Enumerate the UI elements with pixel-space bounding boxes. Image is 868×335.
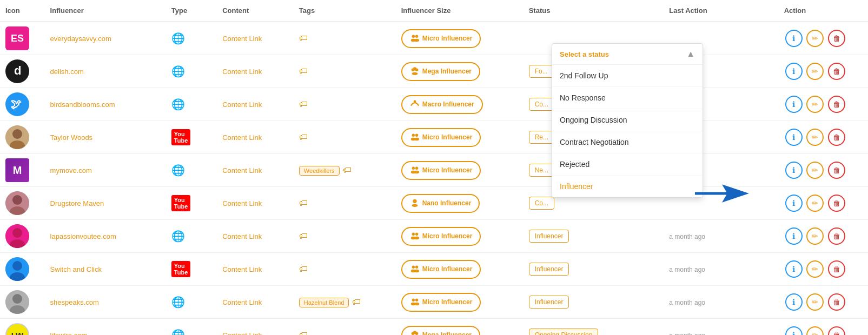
content-link[interactable]: Content Link: [222, 265, 262, 273]
size-button[interactable]: Micro Influencer: [401, 260, 481, 279]
influencer-link[interactable]: Taylor Woods: [50, 133, 93, 142]
content-link[interactable]: Content Link: [222, 68, 262, 76]
col-last-action: Last Action: [664, 0, 778, 22]
size-cell: Micro Influencer: [396, 22, 524, 55]
globe-icon: 🌐: [171, 65, 185, 77]
tag-icon: 🏷: [299, 132, 308, 142]
content-link[interactable]: Content Link: [222, 100, 262, 109]
info-button[interactable]: ℹ: [785, 129, 803, 146]
content-link[interactable]: Content Link: [222, 298, 262, 306]
content-link[interactable]: Content Link: [222, 331, 262, 336]
delete-button[interactable]: 🗑: [828, 293, 845, 311]
edit-button[interactable]: ✏: [806, 162, 824, 179]
info-button[interactable]: ℹ: [785, 195, 803, 212]
delete-button[interactable]: 🗑: [828, 326, 845, 335]
size-button[interactable]: Micro Influencer: [401, 29, 481, 48]
delete-button[interactable]: 🗑: [828, 227, 845, 245]
size-button[interactable]: Nano Influencer: [401, 194, 480, 213]
dropdown-item[interactable]: 2nd Follow Up: [552, 65, 703, 87]
globe-icon: 🌐: [171, 98, 185, 110]
dropdown-item[interactable]: No Response: [552, 87, 703, 109]
content-link[interactable]: Content Link: [222, 35, 262, 43]
type-cell: YouTube: [166, 187, 217, 220]
edit-button[interactable]: ✏: [806, 96, 824, 113]
content-link[interactable]: Content Link: [222, 166, 262, 175]
svg-point-27: [413, 199, 416, 203]
influencer-link[interactable]: Switch and Click: [50, 265, 102, 273]
action-cell: ℹ ✏ 🗑: [779, 55, 868, 88]
info-button[interactable]: ℹ: [785, 260, 803, 278]
info-button[interactable]: ℹ: [785, 326, 803, 335]
size-button[interactable]: Mega Influencer: [401, 326, 480, 336]
size-button[interactable]: Micro Influencer: [401, 161, 481, 180]
dropdown-item[interactable]: Ongoing Discussion: [552, 109, 703, 131]
edit-button[interactable]: ✏: [806, 30, 824, 47]
influencer-link[interactable]: birdsandblooms.com: [50, 100, 115, 109]
tags-cell: Weedkillers🏷: [294, 154, 396, 187]
info-button[interactable]: ℹ: [785, 63, 803, 80]
delete-button[interactable]: 🗑: [828, 96, 845, 113]
influencer-link[interactable]: lapassionvoutee.com: [50, 232, 116, 240]
delete-button[interactable]: 🗑: [828, 195, 845, 212]
content-link[interactable]: Content Link: [222, 232, 262, 240]
type-cell: 🌐: [166, 88, 217, 121]
svg-point-30: [12, 228, 22, 238]
info-button[interactable]: ℹ: [785, 293, 803, 311]
delete-button[interactable]: 🗑: [828, 162, 845, 179]
edit-button[interactable]: ✏: [806, 129, 824, 146]
content-link[interactable]: Content Link: [222, 199, 262, 207]
globe-icon: 🌐: [171, 230, 185, 242]
avatar-cell: [0, 253, 45, 286]
edit-button[interactable]: ✏: [806, 260, 824, 278]
blue-arrow-indicator: [695, 183, 749, 206]
content-link[interactable]: Content Link: [222, 133, 262, 142]
delete-button[interactable]: 🗑: [828, 129, 845, 146]
influencer-link[interactable]: shespeaks.com: [50, 298, 99, 306]
info-button[interactable]: ℹ: [785, 227, 803, 245]
svg-text:d: d: [14, 64, 21, 77]
youtube-icon: YouTube: [171, 195, 190, 211]
dropdown-header: Select a status ▲: [552, 44, 703, 65]
size-button[interactable]: Mega Influencer: [401, 62, 480, 81]
table-row: M mymove.com 🌐 Content Link Weedkillers🏷…: [0, 154, 868, 187]
tag-pill: Hazelnut Blend: [299, 298, 349, 307]
size-button[interactable]: Micro Influencer: [401, 128, 481, 147]
delete-button[interactable]: 🗑: [828, 30, 845, 47]
col-tags: Tags: [294, 0, 396, 22]
delete-button[interactable]: 🗑: [828, 63, 845, 80]
influencer-link[interactable]: Drugstore Maven: [50, 199, 104, 207]
size-button[interactable]: Macro Influencer: [401, 95, 483, 114]
svg-point-28: [412, 204, 418, 206]
influencer-cell: Drugstore Maven: [45, 187, 166, 220]
info-button[interactable]: ℹ: [785, 162, 803, 179]
edit-button[interactable]: ✏: [806, 293, 824, 311]
tag-icon: 🏷: [352, 297, 361, 306]
edit-button[interactable]: ✏: [806, 326, 824, 335]
size-icon: [410, 66, 420, 77]
size-button[interactable]: Micro Influencer: [401, 293, 481, 312]
svg-point-39: [412, 265, 414, 268]
influencer-link[interactable]: lifewire.com: [50, 331, 88, 336]
svg-point-37: [12, 261, 22, 271]
dropdown-scroll-up[interactable]: ▲: [686, 49, 695, 59]
size-button[interactable]: Micro Influencer: [401, 227, 481, 246]
edit-button[interactable]: ✏: [806, 63, 824, 80]
tag-icon: 🏷: [299, 264, 308, 273]
info-button[interactable]: ℹ: [785, 96, 803, 113]
edit-button[interactable]: ✏: [806, 195, 824, 212]
svg-point-3: [414, 38, 419, 41]
status-badge: Re...: [529, 131, 554, 144]
table-row: ES everydaysavvy.com 🌐 Content Link 🏷 Mi…: [0, 22, 868, 55]
influencer-link[interactable]: delish.com: [50, 68, 84, 76]
influencer-link[interactable]: everydaysavvy.com: [50, 35, 111, 43]
avatar-cell: 🕊: [0, 88, 45, 121]
dropdown-item[interactable]: Influencer: [552, 176, 703, 197]
status-badge: Influencer: [529, 263, 569, 276]
dropdown-item[interactable]: Contract Negotiation: [552, 131, 703, 153]
edit-button[interactable]: ✏: [806, 227, 824, 245]
status-dropdown[interactable]: Select a status ▲ 2nd Follow UpNo Respon…: [552, 43, 703, 198]
delete-button[interactable]: 🗑: [828, 260, 845, 278]
influencer-link[interactable]: mymove.com: [50, 166, 92, 175]
info-button[interactable]: ℹ: [785, 30, 803, 47]
dropdown-item[interactable]: Rejected: [552, 153, 703, 176]
